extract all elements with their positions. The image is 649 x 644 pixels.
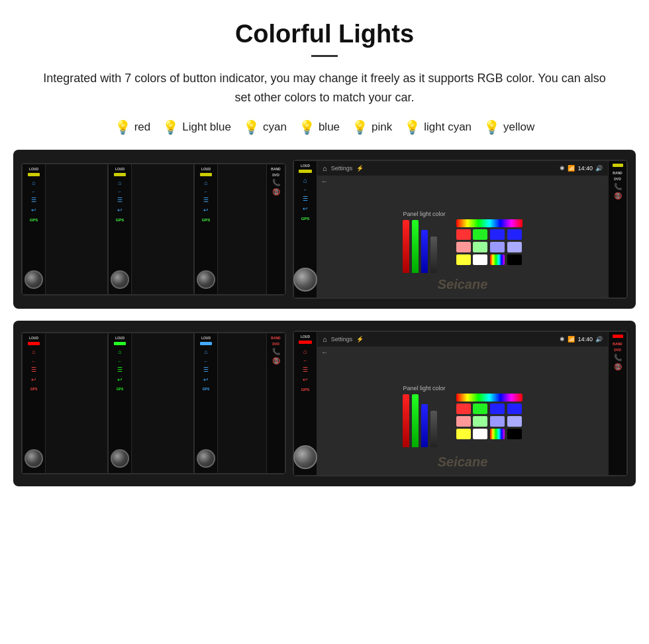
- screen-time-2: 14:40: [577, 336, 593, 343]
- color-bars-2: [403, 394, 437, 447]
- mini2-left-1: LOUD ⌂ ← ☰ ↩ GPS: [195, 333, 218, 473]
- cell2-r1-1[interactable]: [456, 403, 471, 414]
- gps-label-1: GPS: [202, 218, 211, 222]
- cell-r2-3[interactable]: [490, 242, 505, 252]
- led-bar-1: [200, 173, 212, 176]
- cell-r3-2[interactable]: [473, 254, 487, 265]
- band-label-1: BAND: [271, 167, 280, 171]
- big-right-panel-1: BAND DVD 📞 📵: [608, 161, 626, 297]
- menu-icon-1: ☰: [203, 197, 209, 205]
- cell-r3-1[interactable]: [456, 254, 471, 265]
- menu-icon-3: ☰: [31, 197, 36, 205]
- cell2-r2-2[interactable]: [473, 416, 487, 427]
- knob2-2[interactable]: [111, 449, 129, 468]
- back-nav-2[interactable]: ←: [317, 347, 608, 358]
- cell2-r1-2[interactable]: [473, 403, 487, 414]
- cell2-r3-3[interactable]: [490, 429, 505, 439]
- color-item-yellow: 💡 yellow: [483, 119, 534, 135]
- device-group-2: LOUD ⌂ ← ☰ ↩ GPS LOUD ⌂ ← ☰ ↩ GPS: [13, 321, 636, 486]
- gps2-2: GPS: [117, 387, 124, 391]
- color-label-cyan: cyan: [263, 121, 287, 134]
- wifi-icon-1: 📶: [568, 165, 575, 172]
- cell-r1-1[interactable]: [456, 229, 471, 240]
- color-grid-area-1: [456, 219, 523, 265]
- phone2-1: 📞: [272, 348, 280, 355]
- panel-area-2: Panel light color: [403, 385, 445, 447]
- color-item-cyan: 💡 cyan: [243, 119, 287, 135]
- home-icon-2: ⌂: [118, 180, 121, 188]
- cell2-r1-3[interactable]: [490, 403, 505, 414]
- home-icon-3: ⌂: [32, 180, 35, 188]
- cell-r3-4[interactable]: [507, 254, 522, 265]
- panel-label-2: Panel light color: [403, 385, 445, 392]
- band2-main: BAND: [613, 342, 622, 346]
- cell2-r1-4[interactable]: [507, 403, 522, 414]
- cell-r1-3[interactable]: [490, 229, 505, 240]
- unit2-stack-3: LOUD ⌂ ← ☰ ↩ GPS: [21, 332, 114, 474]
- back-icon-main: ↩: [303, 205, 308, 213]
- arrow2-2: ←: [118, 358, 123, 364]
- arrow-icon-2: ←: [118, 189, 123, 195]
- mini2-right-1: BAND DVD 📞 📵: [266, 333, 285, 473]
- menu2-main: ☰: [303, 366, 308, 374]
- screen-time-1: 14:40: [577, 165, 593, 172]
- volume-icon-2: 🔊: [595, 336, 603, 343]
- mini2-center-3: [46, 333, 113, 473]
- big-knob-2[interactable]: [293, 445, 317, 469]
- screen-home-icon-1: ⌂: [323, 164, 327, 172]
- top-led-2: [613, 335, 623, 338]
- menu-icon-2: ☰: [117, 197, 123, 205]
- band-main: BAND: [613, 171, 622, 175]
- knob2-1[interactable]: [197, 449, 215, 468]
- color-label-yellow: yellow: [503, 121, 534, 134]
- arrow-icon-1: ←: [204, 189, 209, 195]
- cell-r1-2[interactable]: [473, 229, 487, 240]
- unit-stack-2: LOUD ⌂ ← ☰ ↩ GPS: [107, 163, 200, 295]
- cell2-r3-2[interactable]: [473, 429, 487, 439]
- phone-end2-main: 📵: [614, 363, 622, 370]
- led-bar-2: [114, 173, 126, 176]
- dvd-label-1: DVD: [272, 173, 279, 177]
- unit-stack-1: LOUD ⌂ ← ☰ ↩ GPS BAND DVD 📞 📵: [193, 163, 286, 295]
- cell-r2-4[interactable]: [507, 242, 522, 252]
- cell2-r2-3[interactable]: [490, 416, 505, 427]
- status-right-2: ✱ 📶 14:40 🔊: [560, 336, 603, 343]
- cell-r2-2[interactable]: [473, 242, 487, 252]
- mini-right-panel-1: BAND DVD 📞 📵: [266, 164, 285, 294]
- cell-r3-3[interactable]: [490, 254, 505, 265]
- phone-main: 📞: [614, 183, 622, 190]
- bulb-blue-icon: 💡: [299, 119, 315, 135]
- devices-section: LOUD ⌂ ← ☰ ↩ GPS LOUD ⌂ ← ☰ ↩ GPS: [13, 150, 636, 486]
- big-knob-1[interactable]: [293, 268, 317, 292]
- knob-1[interactable]: [197, 270, 215, 289]
- knob2-3[interactable]: [25, 449, 43, 468]
- title-divider: [311, 55, 338, 57]
- knob-2[interactable]: [111, 270, 129, 289]
- cell2-r2-4[interactable]: [507, 416, 522, 427]
- cell-r1-4[interactable]: [507, 229, 522, 240]
- home2-1: ⌂: [204, 349, 207, 356]
- screen-home-icon-2: ⌂: [323, 335, 327, 343]
- cell-r2-1[interactable]: [456, 242, 471, 252]
- color-label-lightcyan: light cyan: [424, 121, 472, 134]
- big-right-2: BAND DVD 📞 📵: [608, 332, 626, 475]
- back2-main: ↩: [303, 376, 308, 384]
- band2-1: BAND: [271, 336, 280, 340]
- cell2-r2-1[interactable]: [456, 416, 471, 427]
- mini-center-3: [46, 164, 113, 294]
- mini-left-panel-1: LOUD ⌂ ← ☰ ↩ GPS: [195, 164, 218, 294]
- cell2-r3-4[interactable]: [507, 429, 522, 439]
- back-nav-1[interactable]: ←: [317, 176, 608, 187]
- cell2-r3-1[interactable]: [456, 429, 471, 439]
- wifi-icon-2: 📶: [568, 336, 575, 343]
- home2-3: ⌂: [32, 349, 35, 356]
- mini-center-1: [218, 164, 266, 294]
- unit-stack-3: LOUD ⌂ ← ☰ ↩ GPS: [21, 163, 114, 295]
- led2-main: [299, 341, 312, 344]
- phone-end-icon-1: 📵: [272, 188, 280, 195]
- knob-3[interactable]: [25, 270, 43, 289]
- screen-content-1: Panel light color: [317, 187, 608, 297]
- phone-end2-1: 📵: [272, 357, 280, 364]
- home-icon-main: ⌂: [303, 176, 307, 185]
- loud2-main: LOUD: [301, 335, 310, 339]
